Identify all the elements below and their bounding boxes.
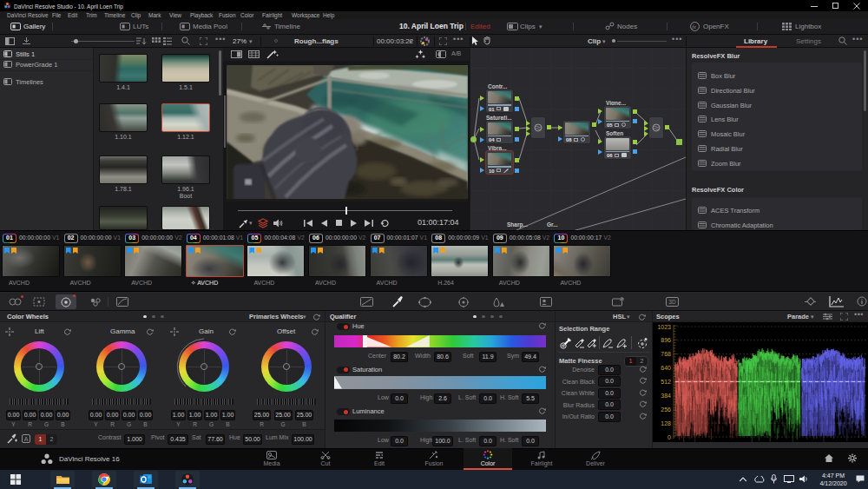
svg-text:128: 128 <box>661 420 671 426</box>
svg-text:fx: fx <box>692 23 696 30</box>
svg-text:384: 384 <box>661 393 671 399</box>
svg-text:1023: 1023 <box>657 324 671 330</box>
svg-text:640: 640 <box>661 365 671 371</box>
svg-text:0: 0 <box>667 434 671 440</box>
svg-text:256: 256 <box>661 406 671 413</box>
svg-text:512: 512 <box>661 379 671 385</box>
svg-text:896: 896 <box>661 337 671 343</box>
svg-text:768: 768 <box>661 351 671 357</box>
